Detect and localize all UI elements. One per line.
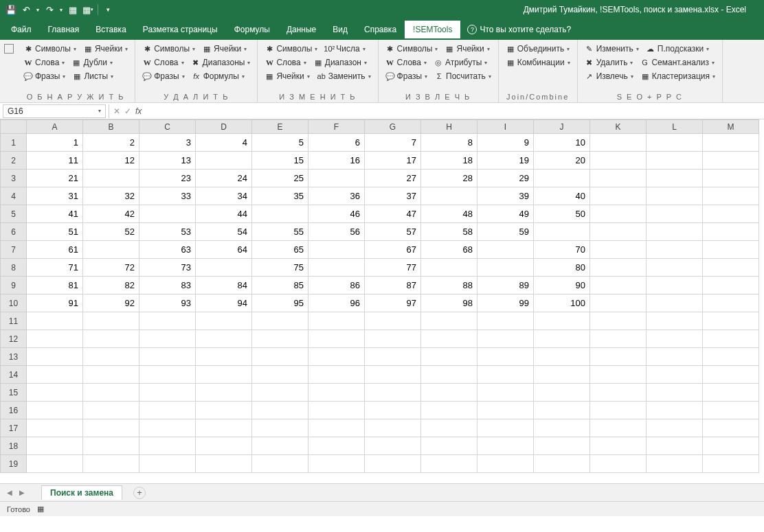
cell-D8[interactable]	[196, 259, 252, 277]
row-header-19[interactable]: 19	[1, 455, 27, 473]
cell-G8[interactable]: 77	[365, 259, 421, 277]
cell-K15[interactable]	[590, 384, 647, 402]
cell-D4[interactable]: 34	[196, 187, 252, 205]
cell-H8[interactable]	[421, 259, 477, 277]
cell-G13[interactable]	[365, 348, 421, 366]
customize-qat[interactable]: ▾	[101, 3, 115, 16]
cell-D2[interactable]	[196, 152, 252, 170]
cell-M17[interactable]	[703, 419, 759, 437]
cell-K10[interactable]	[590, 294, 647, 312]
cell-D5[interactable]: 44	[196, 205, 252, 223]
save-button[interactable]: 💾	[4, 3, 18, 16]
cell-A8[interactable]: 71	[27, 259, 83, 277]
cell-F13[interactable]	[308, 348, 365, 366]
cell-C19[interactable]	[139, 455, 196, 473]
cell-K11[interactable]	[590, 312, 647, 330]
cell-E19[interactable]	[252, 455, 308, 473]
cell-K12[interactable]	[590, 330, 647, 348]
cell-J16[interactable]	[534, 402, 590, 419]
cell-F17[interactable]	[308, 419, 365, 437]
cell-I1[interactable]: 9	[477, 134, 534, 152]
cell-G7[interactable]: 67	[365, 241, 421, 259]
cell-E3[interactable]: 25	[252, 170, 308, 187]
cell-B7[interactable]	[83, 241, 139, 259]
ribbon-btn-слова[interactable]: WСлова▾	[139, 56, 186, 69]
cell-K8[interactable]	[590, 259, 647, 277]
cell-J1[interactable]: 10	[534, 134, 590, 152]
cell-M7[interactable]	[703, 241, 759, 259]
cell-L14[interactable]	[647, 366, 703, 384]
cell-A19[interactable]	[27, 455, 83, 473]
cell-B15[interactable]	[83, 384, 139, 402]
cell-F19[interactable]	[308, 455, 365, 473]
sheet-nav-prev[interactable]: ◀	[5, 489, 14, 496]
col-header-L[interactable]: L	[647, 120, 703, 134]
cell-J12[interactable]	[534, 330, 590, 348]
cell-H2[interactable]: 18	[421, 152, 477, 170]
cell-A1[interactable]: 1	[27, 134, 83, 152]
col-header-A[interactable]: A	[27, 120, 83, 134]
cell-G11[interactable]	[365, 312, 421, 330]
cell-D6[interactable]: 54	[196, 223, 252, 241]
cell-H9[interactable]: 88	[421, 277, 477, 294]
cell-J11[interactable]	[534, 312, 590, 330]
ribbon-btn-семант.анализ[interactable]: GСемант.анализ▾	[637, 56, 717, 69]
row-header-5[interactable]: 5	[1, 205, 27, 223]
row-header-15[interactable]: 15	[1, 384, 27, 402]
cell-G6[interactable]: 57	[365, 223, 421, 241]
cell-L6[interactable]	[647, 223, 703, 241]
cell-A16[interactable]	[27, 402, 83, 419]
row-header-1[interactable]: 1	[1, 134, 27, 152]
cell-E2[interactable]: 15	[252, 152, 308, 170]
cell-H3[interactable]: 28	[421, 170, 477, 187]
ribbon-btn-комбинации[interactable]: ▦Комбинации▾	[503, 56, 573, 69]
cell-I9[interactable]: 89	[477, 277, 534, 294]
cell-K16[interactable]	[590, 402, 647, 419]
redo-button[interactable]: ↷	[43, 3, 56, 16]
cell-B17[interactable]	[83, 419, 139, 437]
cell-L2[interactable]	[647, 152, 703, 170]
menu-tab-данные[interactable]: Данные	[278, 21, 324, 38]
cell-L12[interactable]	[647, 330, 703, 348]
cell-K13[interactable]	[590, 348, 647, 366]
cell-K14[interactable]	[590, 366, 647, 384]
cell-K19[interactable]	[590, 455, 647, 473]
cell-L3[interactable]	[647, 170, 703, 187]
cell-C13[interactable]	[139, 348, 196, 366]
row-header-14[interactable]: 14	[1, 366, 27, 384]
cell-I19[interactable]	[477, 455, 534, 473]
cell-E15[interactable]	[252, 384, 308, 402]
ribbon-btn-ячейки[interactable]: ▦Ячейки▾	[442, 43, 492, 55]
col-header-K[interactable]: K	[590, 120, 647, 134]
ribbon-btn-ячейки[interactable]: ▦Ячейки▾	[199, 43, 249, 55]
cell-J8[interactable]: 80	[534, 259, 590, 277]
cell-G10[interactable]: 97	[365, 294, 421, 312]
cell-K4[interactable]	[590, 187, 647, 205]
cell-F5[interactable]: 46	[308, 205, 365, 223]
cell-H14[interactable]	[421, 366, 477, 384]
enter-fx-icon[interactable]: ✓	[124, 106, 131, 116]
cell-G18[interactable]	[365, 437, 421, 455]
cell-L4[interactable]	[647, 187, 703, 205]
undo-button[interactable]: ↶	[19, 3, 33, 16]
cell-A7[interactable]: 61	[27, 241, 83, 259]
ribbon-btn-диапазон[interactable]: ▦Диапазон▾	[311, 56, 370, 69]
cell-I17[interactable]	[477, 419, 534, 437]
cell-J14[interactable]	[534, 366, 590, 384]
cancel-fx-icon[interactable]: ✕	[113, 106, 120, 116]
cell-B13[interactable]	[83, 348, 139, 366]
cell-C17[interactable]	[139, 419, 196, 437]
cell-M6[interactable]	[703, 223, 759, 241]
formula-input[interactable]	[146, 104, 764, 118]
cell-J10[interactable]: 100	[534, 294, 590, 312]
menu-tab-файл[interactable]: Файл	[3, 21, 40, 38]
cell-B10[interactable]: 92	[83, 294, 139, 312]
menu-tab-справка[interactable]: Справка	[356, 21, 405, 38]
cell-K3[interactable]	[590, 170, 647, 187]
cell-J4[interactable]: 40	[534, 187, 590, 205]
row-header-4[interactable]: 4	[1, 187, 27, 205]
cell-M12[interactable]	[703, 330, 759, 348]
cell-C8[interactable]: 73	[139, 259, 196, 277]
qat-icon-2[interactable]: ▦▾	[81, 3, 95, 16]
cell-K2[interactable]	[590, 152, 647, 170]
